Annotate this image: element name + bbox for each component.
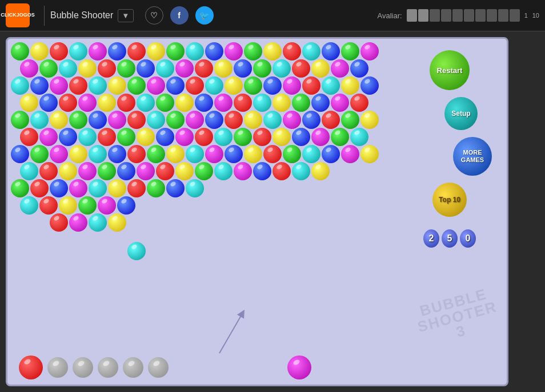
bubble xyxy=(39,94,58,112)
bubble xyxy=(244,42,262,60)
rating-area: Avaliar: 1 10 xyxy=(378,9,540,22)
bubble xyxy=(302,42,320,60)
game-title: Bubble Shooter xyxy=(50,10,113,21)
bubble xyxy=(11,42,29,60)
bubble xyxy=(311,94,330,112)
star-2[interactable] xyxy=(418,9,428,22)
facebook-button[interactable]: f xyxy=(170,6,189,25)
game-container[interactable]: Restart Setup MOREGAMES Top 10 2 5 0 BUB… xyxy=(6,37,508,386)
bubble xyxy=(108,145,126,163)
bubble xyxy=(234,59,252,78)
restart-button[interactable]: Restart xyxy=(430,50,470,90)
bubble xyxy=(98,128,116,146)
bubble xyxy=(59,162,77,180)
bubble xyxy=(205,42,223,60)
bubble xyxy=(117,196,135,215)
star-1[interactable] xyxy=(407,9,417,22)
more-games-button[interactable]: MOREGAMES xyxy=(453,137,492,176)
bubble xyxy=(263,111,282,129)
bubble xyxy=(186,179,204,197)
bubble-row-12 xyxy=(127,241,387,261)
bubble xyxy=(214,94,233,112)
bubble xyxy=(108,76,126,95)
bubble xyxy=(350,94,368,112)
star-10[interactable] xyxy=(510,9,520,22)
star-6[interactable] xyxy=(464,9,474,22)
bubble xyxy=(69,179,87,197)
bubble xyxy=(98,196,116,215)
bubble xyxy=(292,128,310,146)
bubble-row-3 xyxy=(10,76,387,95)
bubble xyxy=(127,111,146,129)
bubble xyxy=(89,213,107,232)
bubble xyxy=(311,59,330,78)
bubble xyxy=(166,145,185,163)
bubble xyxy=(253,128,271,146)
bubble xyxy=(50,42,68,60)
bubble xyxy=(350,59,368,78)
game-title-dropdown[interactable]: ▼ xyxy=(118,9,133,22)
star-3[interactable] xyxy=(430,9,440,22)
top10-button[interactable]: Top 10 xyxy=(432,183,467,217)
bubble xyxy=(186,76,204,95)
bubble xyxy=(108,179,126,197)
bubble xyxy=(283,145,301,163)
queue-bubble-3 xyxy=(98,357,118,378)
bubble xyxy=(341,111,359,129)
bubble xyxy=(175,59,194,78)
bubble xyxy=(311,162,330,180)
bubble xyxy=(341,76,359,95)
favorite-button[interactable]: ♡ xyxy=(145,6,163,25)
bubble xyxy=(78,196,97,215)
bubble xyxy=(117,94,135,112)
arrow-head xyxy=(237,308,248,318)
bubble xyxy=(166,42,185,60)
bubble xyxy=(117,59,135,78)
bubble xyxy=(20,128,38,146)
bubble xyxy=(234,128,252,146)
bubble-row-1 xyxy=(10,42,387,61)
bubble xyxy=(225,145,243,163)
twitter-button[interactable]: 🐦 xyxy=(195,6,214,25)
logo-area[interactable]: CLICK JOGOS xyxy=(6,3,30,27)
star-7[interactable] xyxy=(475,9,486,22)
queue-bubble-4 xyxy=(123,357,143,378)
side-panel: Restart Setup MOREGAMES Top 10 2 5 0 xyxy=(398,50,501,248)
bubble xyxy=(50,179,68,197)
bubble xyxy=(225,42,243,60)
bubble xyxy=(186,145,204,163)
score-digit-2: 5 xyxy=(442,229,458,248)
bubble xyxy=(117,162,135,180)
queue-bubble-1 xyxy=(47,357,68,378)
star-4[interactable] xyxy=(441,9,451,22)
bubble xyxy=(283,111,301,129)
bubble xyxy=(244,76,262,95)
rating-label: Avaliar: xyxy=(378,11,402,20)
bubble xyxy=(360,145,379,163)
bubble xyxy=(186,42,204,60)
rating-stars[interactable] xyxy=(407,9,520,22)
bubble xyxy=(69,213,87,232)
current-bubble xyxy=(19,355,43,379)
bubble xyxy=(69,76,87,95)
bubble xyxy=(108,42,126,60)
bubble xyxy=(272,94,291,112)
star-5[interactable] xyxy=(452,9,463,22)
bubble xyxy=(98,162,116,180)
bubble xyxy=(214,128,233,146)
setup-button[interactable]: Setup xyxy=(444,97,478,130)
bubble xyxy=(166,179,185,197)
bubble xyxy=(137,162,155,180)
rating-min: 1 xyxy=(524,12,528,19)
bubble xyxy=(234,162,252,180)
star-9[interactable] xyxy=(498,9,508,22)
star-8[interactable] xyxy=(487,9,497,22)
clickjogos-logo[interactable]: CLICK JOGOS xyxy=(6,3,30,27)
bubble xyxy=(78,94,97,112)
bubble xyxy=(39,59,58,78)
bubble xyxy=(341,145,359,163)
bubble xyxy=(11,179,29,197)
bubble xyxy=(30,179,49,197)
bubble xyxy=(127,179,146,197)
bubble xyxy=(89,42,107,60)
